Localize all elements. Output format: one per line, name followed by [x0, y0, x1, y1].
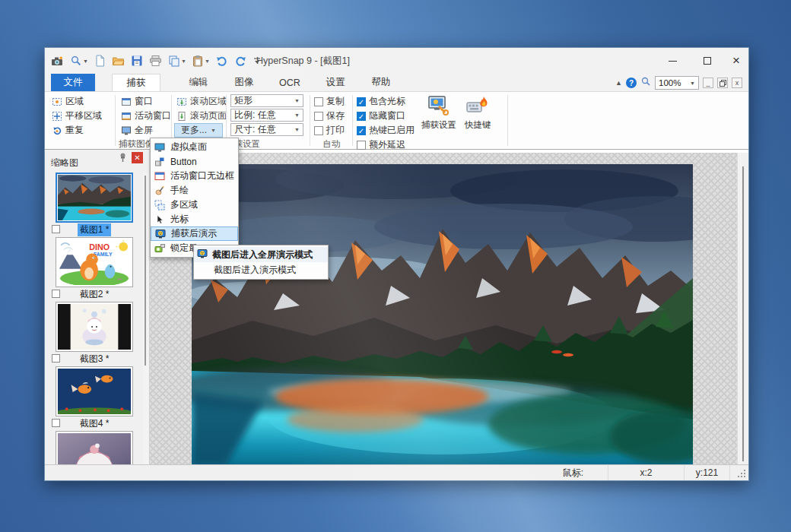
scroll-page-button[interactable]: 滚动页面 [174, 109, 229, 123]
region-button[interactable]: 区域 [49, 94, 104, 109]
pin-icon[interactable] [118, 152, 128, 166]
menu-item-active-window-noborder[interactable]: 活动窗口无边框 [151, 169, 238, 183]
thumbnail-image-dino[interactable]: DINO FAMILY [56, 237, 133, 287]
window-capture-label: 窗口 [135, 95, 153, 108]
thumbnail-item-2[interactable]: DINO FAMILY 截图2 * [45, 237, 144, 301]
child-minimize-button[interactable]: _ [703, 78, 713, 88]
pan-region-label: 平移区域 [65, 109, 102, 122]
zoom-tool-icon[interactable] [640, 76, 651, 90]
child-close-button[interactable]: x [732, 78, 742, 88]
hotkey-enabled-checkbox[interactable]: ✓热键已启用 [357, 123, 415, 138]
quick-access-toolbar: ▼ ▼ ▼ [49, 48, 263, 74]
thumbnail-item-3[interactable]: 截图3 * [45, 302, 144, 366]
tab-image[interactable]: 图像 [221, 74, 267, 91]
checkbox-checked-icon: ✓ [357, 97, 366, 106]
dropdown-caret-icon: ▼ [205, 59, 210, 64]
checkbox-icon [314, 126, 323, 135]
redo-icon[interactable] [233, 52, 248, 70]
new-file-icon[interactable] [93, 52, 107, 70]
thumbnail-image-bunny[interactable] [56, 431, 133, 466]
thumbnail-checkbox[interactable] [52, 354, 60, 363]
copy-icon[interactable]: ▼ [167, 52, 188, 70]
tab-help[interactable]: 帮助 [358, 74, 404, 91]
save-icon[interactable] [129, 52, 145, 70]
menu-item-freehand[interactable]: 手绘 [151, 183, 238, 198]
active-window-button[interactable]: 活动窗口 [119, 109, 173, 123]
shape-select[interactable]: 矩形▼ [230, 94, 303, 107]
menu-item-label: 虚拟桌面 [170, 141, 207, 154]
tab-ocr[interactable]: OCR [267, 74, 313, 91]
region-icon [52, 97, 62, 107]
menu-item-virtual-desktop[interactable]: 虚拟桌面 [151, 140, 238, 154]
thumbnail-label[interactable]: 截图4 * [78, 417, 112, 430]
hotkeys-button[interactable]: 快捷键 [460, 95, 495, 131]
capture-settings-button[interactable]: 捕获设置 [419, 95, 459, 131]
hide-window-checkbox[interactable]: ✓隐藏窗口 [357, 109, 415, 123]
goldfish-thumb-art [58, 369, 131, 414]
thumbnail-checkbox[interactable] [52, 290, 60, 298]
thumbnail-item-1[interactable]: 截图1 * [45, 173, 144, 236]
close-icon: ✕ [134, 154, 140, 162]
search-icon[interactable]: ▼ [68, 52, 90, 70]
tab-capture[interactable]: 捕获 [112, 74, 160, 91]
freehand-icon [154, 185, 165, 196]
sidebar-scrollbar-thumb[interactable] [145, 176, 146, 366]
canvas-scrollbar-thumb[interactable] [742, 166, 744, 461]
dropdown-caret-icon: ▼ [181, 59, 186, 64]
thumbnail-label[interactable]: 截图1 * [78, 223, 112, 236]
checkbox-icon [357, 141, 366, 150]
thumbnail-item-5[interactable] [45, 431, 144, 466]
auto-print-checkbox[interactable]: 打印 [314, 123, 345, 138]
menu-item-multi-region[interactable]: 多区域 [151, 198, 238, 212]
thumbnail-checkbox[interactable] [52, 419, 60, 427]
scroll-region-button[interactable]: 滚动区域 [174, 94, 229, 109]
thumbnail-label[interactable]: 截图2 * [78, 288, 112, 301]
help-icon[interactable]: ? [626, 78, 637, 88]
undo-icon[interactable] [214, 52, 230, 70]
child-restore-button[interactable] [717, 78, 728, 88]
menu-item-button[interactable]: Button [151, 154, 238, 169]
thumbnail-item-4[interactable]: 截图4 * [45, 366, 144, 430]
maximize-button[interactable] [690, 48, 724, 74]
menu-item-label: 光标 [170, 213, 189, 226]
thumbnail-label[interactable]: 截图3 * [78, 353, 112, 366]
window-capture-button[interactable]: 窗口 [119, 94, 173, 109]
tab-edit[interactable]: 编辑 [176, 74, 221, 91]
zoom-level-select[interactable]: 100%▼ [655, 76, 699, 90]
open-folder-icon[interactable] [110, 52, 126, 70]
submenu-item-fullscreen-presentation[interactable]: 截图后进入全屏演示模式 [194, 247, 328, 262]
pan-region-button[interactable]: 平移区域 [49, 109, 104, 123]
close-button[interactable]: × [724, 48, 748, 74]
sidebar-scrollbar[interactable] [143, 173, 148, 464]
more-button[interactable]: 更多...▼ [174, 123, 223, 138]
fullscreen-button[interactable]: 全屏 [119, 123, 173, 138]
size-select[interactable]: 尺寸: 任意▼ [230, 123, 303, 136]
app-camera-icon[interactable] [49, 52, 65, 70]
thumbnail-checkbox[interactable] [52, 225, 60, 233]
menu-item-label: 捕获后演示 [171, 227, 217, 240]
thumbnail-image-girl[interactable] [56, 302, 133, 352]
submenu-item-label: 截图后进入全屏演示模式 [212, 249, 313, 261]
panel-close-button[interactable]: ✕ [132, 152, 143, 163]
minimize-button[interactable] [656, 48, 690, 74]
include-cursor-checkbox[interactable]: ✓包含光标 [357, 94, 415, 109]
menu-item-presentation-after-capture[interactable]: 捕获后演示 [151, 226, 238, 241]
ratio-select[interactable]: 比例: 任意▼ [230, 109, 303, 122]
dropdown-caret-icon: ▼ [294, 127, 300, 132]
submenu-item-presentation-mode[interactable]: 截图后进入演示模式 [194, 262, 328, 277]
tab-file[interactable]: 文件 [51, 74, 95, 91]
repeat-button[interactable]: 重复 [49, 123, 104, 138]
paste-icon[interactable]: ▼ [191, 52, 211, 70]
auto-copy-checkbox[interactable]: 复制 [314, 94, 345, 109]
thumbnail-image-lake[interactable] [56, 173, 133, 223]
auto-save-checkbox[interactable]: 保存 [314, 109, 345, 123]
title-bar: ▼ ▼ ▼ HyperSnap 9 - [截图1] × [45, 48, 748, 74]
resize-grip[interactable] [729, 465, 748, 480]
thumbnail-image-goldfish[interactable] [56, 366, 133, 416]
tab-settings[interactable]: 设置 [313, 74, 358, 91]
maximize-icon [704, 57, 711, 65]
canvas-scrollbar[interactable] [737, 153, 748, 466]
print-icon[interactable] [148, 52, 164, 70]
menu-item-cursor[interactable]: 光标 [151, 212, 238, 226]
collapse-ribbon-icon[interactable]: ▲ [615, 79, 622, 87]
